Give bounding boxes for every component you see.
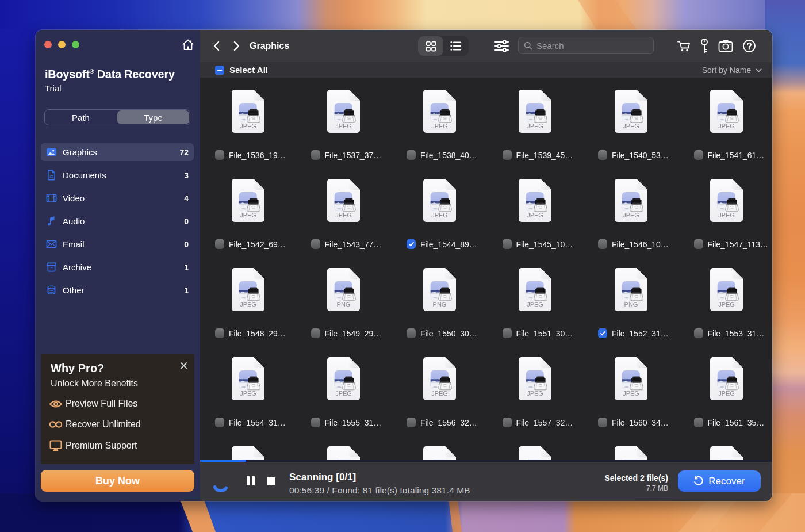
svg-text:JPEG: JPEG — [431, 123, 448, 129]
svg-text:JPEG: JPEG — [431, 212, 448, 219]
svg-text:JPEG: JPEG — [240, 123, 256, 129]
svg-text:JPEG: JPEG — [623, 390, 639, 397]
svg-text:JPEG: JPEG — [527, 390, 543, 397]
svg-text:JPEG: JPEG — [527, 301, 543, 308]
svg-text:JPEG: JPEG — [335, 390, 352, 397]
svg-text:JPEG: JPEG — [527, 123, 543, 129]
svg-text:JPEG: JPEG — [623, 123, 639, 129]
svg-text:PNG: PNG — [432, 301, 446, 308]
svg-text:JPEG: JPEG — [431, 390, 448, 397]
svg-text:JPEG: JPEG — [240, 301, 256, 308]
svg-text:JPEG: JPEG — [240, 390, 256, 397]
svg-text:PNG: PNG — [337, 301, 351, 308]
svg-text:JPEG: JPEG — [335, 123, 352, 129]
svg-text:JPEG: JPEG — [718, 123, 735, 129]
svg-text:JPEG: JPEG — [718, 212, 735, 219]
svg-text:JPEG: JPEG — [718, 390, 735, 397]
svg-text:JPEG: JPEG — [527, 212, 543, 219]
svg-text:PNG: PNG — [624, 301, 638, 308]
svg-text:JPEG: JPEG — [623, 212, 639, 219]
svg-text:JPEG: JPEG — [335, 212, 352, 219]
svg-text:JPEG: JPEG — [718, 301, 735, 308]
svg-text:JPEG: JPEG — [240, 212, 256, 219]
